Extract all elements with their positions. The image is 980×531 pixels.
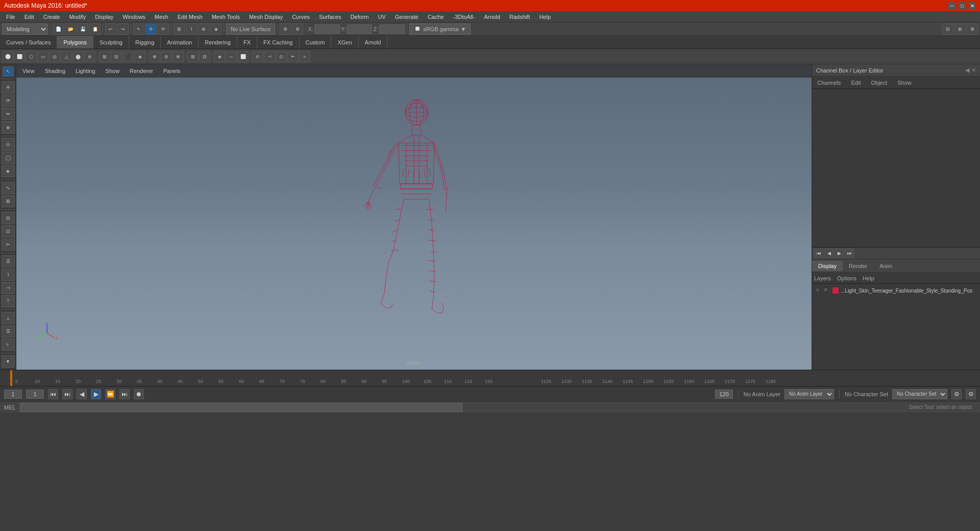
snap-to-point-btn[interactable]: ⊕ <box>198 23 209 35</box>
mirror-btn[interactable]: ⊣ <box>264 51 275 62</box>
symmetry-btn[interactable]: ⫙ <box>252 51 263 62</box>
select-tool[interactable]: ↖ <box>3 66 14 77</box>
plane-btn[interactable]: ▭ <box>37 51 48 62</box>
y-input[interactable] <box>347 25 372 34</box>
tool-settings-btn[interactable]: ⚙ <box>967 23 978 35</box>
layer-prev-prev-btn[interactable]: ⏮ <box>814 249 823 258</box>
z-input[interactable] <box>379 25 405 34</box>
vp-menu-view[interactable]: View <box>20 67 37 75</box>
undo-btn[interactable]: ↩ <box>105 23 116 35</box>
menu-3dtall[interactable]: -3DtoAll- <box>449 13 479 21</box>
step-back-btn[interactable]: ⏭ <box>62 389 72 399</box>
tab-rendering[interactable]: Rendering <box>199 36 237 49</box>
lasso-tool[interactable]: ◯ <box>2 152 15 164</box>
mel-input[interactable] <box>20 403 463 412</box>
outliner-btn[interactable]: ☰ <box>2 325 15 337</box>
render-btn[interactable]: ⚙ <box>280 23 291 35</box>
extrude-btn[interactable]: ⊞ <box>99 51 110 62</box>
tab-polygons[interactable]: Polygons <box>57 36 93 49</box>
tab-fx-caching[interactable]: FX Caching <box>257 36 299 49</box>
tab-xgen[interactable]: XGen <box>331 36 358 49</box>
layer-prev-btn[interactable]: ◀ <box>824 249 834 258</box>
crease-btn[interactable]: ⊢ <box>287 51 299 62</box>
menu-radshift[interactable]: Radshift <box>505 13 534 21</box>
maximize-btn[interactable]: □ <box>959 2 966 9</box>
cube-btn[interactable]: ⬜ <box>14 51 25 62</box>
playback-settings-btn[interactable]: ⚙ <box>966 389 976 399</box>
menu-cache[interactable]: Cache <box>424 13 448 21</box>
3d-viewport[interactable]: View Shading Lighting Show Renderer Pane… <box>16 64 812 370</box>
tab-sculpting[interactable]: Sculpting <box>93 36 129 49</box>
current-frame-input[interactable] <box>26 390 44 399</box>
curve-tool[interactable]: ∿ <box>2 182 15 194</box>
live-surface-indicator[interactable]: No Live Surface <box>226 23 275 35</box>
grid-btn[interactable]: ⊟ <box>2 212 15 224</box>
channel-box-btn[interactable]: ⊟ <box>942 23 953 35</box>
torus-btn[interactable]: ◎ <box>49 51 60 62</box>
tab-curves-surfaces[interactable]: Curves / Surfaces <box>0 36 57 49</box>
bridge-btn[interactable]: ⊟ <box>111 51 122 62</box>
select-tool-btn[interactable]: ↖ <box>133 23 144 35</box>
cylinder-btn[interactable]: ⬡ <box>26 51 37 62</box>
x-input[interactable] <box>314 25 340 34</box>
menu-display[interactable]: Display <box>91 13 117 21</box>
help-sub-tab[interactable]: Help <box>863 275 874 281</box>
gamma-display[interactable]: 🔲 sRGB gamma ▼ <box>409 23 471 35</box>
select-edge-btn[interactable]: ─ <box>226 51 237 62</box>
end-frame-input[interactable] <box>715 390 733 399</box>
new-file-btn[interactable]: 📄 <box>53 23 64 35</box>
layers-sub-tab[interactable]: Layers <box>814 275 831 281</box>
char-set-settings-btn[interactable]: ⚙ <box>951 389 962 399</box>
select-vertex-btn[interactable]: ◈ <box>214 51 225 62</box>
menu-edit[interactable]: Edit <box>20 13 38 21</box>
separate-btn[interactable]: ⊘ <box>161 51 172 62</box>
menu-edit-mesh[interactable]: Edit Mesh <box>174 13 207 21</box>
close-btn[interactable]: ✕ <box>969 2 976 9</box>
vp-menu-panels[interactable]: Panels <box>161 67 183 75</box>
menu-modify[interactable]: Modify <box>65 13 90 21</box>
menu-generate[interactable]: Generate <box>391 13 423 21</box>
tab-fx[interactable]: FX <box>237 36 257 49</box>
collapse-btn[interactable]: ◈ <box>134 51 145 62</box>
cb-tab-edit[interactable]: Edit <box>846 78 866 88</box>
go-to-end-btn[interactable]: ⏭ <box>119 389 130 399</box>
channel-box-close[interactable]: ✕ <box>971 67 976 74</box>
window-controls[interactable]: ─ □ ✕ <box>948 2 976 9</box>
cb-tab-object[interactable]: Object <box>866 78 892 88</box>
menu-arnold[interactable]: Arnold <box>480 13 504 21</box>
menu-help[interactable]: Help <box>535 13 555 21</box>
menu-mesh[interactable]: Mesh <box>151 13 173 21</box>
fill-hole-btn[interactable]: ⬛ <box>122 51 134 62</box>
menu-curves[interactable]: Curves <box>288 13 314 21</box>
attr-editor-btn[interactable]: ⊞ <box>954 23 966 35</box>
soften-edge-btn[interactable]: ≈ <box>299 51 310 62</box>
bottom-expand-btn[interactable]: ▼ <box>2 355 15 368</box>
graph-editor-btn[interactable]: ⌇ <box>2 269 15 281</box>
layer-next-next-btn[interactable]: ⏭ <box>845 249 854 258</box>
paint-tool[interactable]: ◈ <box>2 165 15 177</box>
timeline-bar[interactable]: 5 10 15 20 25 30 35 40 45 50 55 60 65 70… <box>0 370 980 386</box>
visibility-p-btn[interactable]: P <box>824 287 830 294</box>
layer-object-name[interactable]: ...Light_Skin_Teenager_Fashionable_Style… <box>841 288 972 294</box>
snap-to-view-btn[interactable]: ◈ <box>210 23 222 35</box>
channel-box-expand[interactable]: ◀ <box>965 67 969 74</box>
annotation-tool[interactable]: ⊞ <box>2 195 15 207</box>
soft-select-tool[interactable]: ⊙ <box>2 138 15 150</box>
rotate-tool[interactable]: ⟳ <box>2 94 15 107</box>
menu-mesh-display[interactable]: Mesh Display <box>245 13 287 21</box>
uv-unfold-btn[interactable]: ⊟ <box>199 51 210 62</box>
vp-menu-renderer[interactable]: Renderer <box>128 67 155 75</box>
move-tool-btn[interactable]: ✛ <box>145 23 157 35</box>
universal-tool[interactable]: ⊕ <box>2 121 15 133</box>
menu-mesh-tools[interactable]: Mesh Tools <box>208 13 244 21</box>
go-to-start-btn[interactable]: ⏮ <box>48 389 58 399</box>
snap-to-curve-btn[interactable]: ⌇ <box>186 23 197 35</box>
scale-tool[interactable]: ⇔ <box>2 108 15 120</box>
tab-animation[interactable]: Animation <box>161 36 199 49</box>
play-back-btn[interactable]: ◀ <box>77 389 87 399</box>
tab-arnold[interactable]: Arnold <box>359 36 388 49</box>
dope-sheet-btn[interactable]: ⊣ <box>2 282 15 294</box>
uv-editor-btn[interactable]: ⊞ <box>187 51 199 62</box>
render-settings-btn[interactable]: ⚙ <box>292 23 303 35</box>
char-set-select[interactable]: No Character Set <box>892 389 947 399</box>
